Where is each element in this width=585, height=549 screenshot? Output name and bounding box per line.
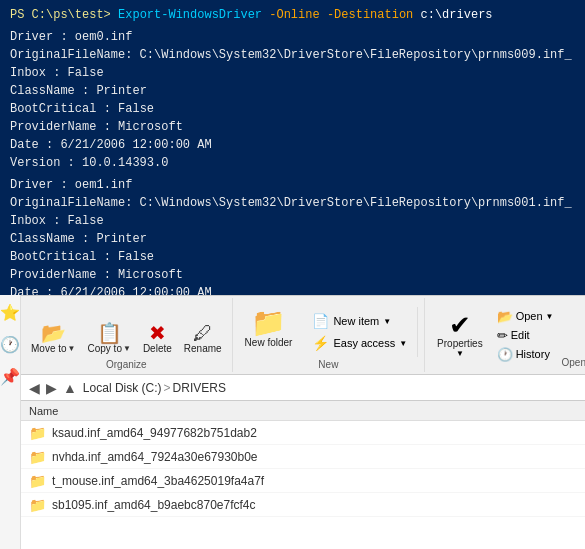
clock-icon[interactable]: 🕐 (0, 335, 20, 355)
copy-to-icon: 📋 (97, 323, 122, 343)
organize-label: Organize (106, 357, 147, 370)
file-row-name: nvhda.inf_amd64_7924a30e67930b0e (52, 450, 585, 464)
easy-access-icon: ⚡ (312, 335, 329, 351)
file-list-header: Name Date m (21, 401, 585, 421)
new-items-group: 📄 New item ▼ ⚡ Easy access ▼ (302, 307, 418, 357)
folder-icon: 📁 (29, 497, 46, 513)
main-content: 📂 Move to ▼ 📋 Copy to (21, 295, 585, 549)
properties-icon: ✔ (449, 312, 471, 338)
address-bar: ◀ ▶ ▲ Local Disk (C:) > DRIVERS (21, 375, 585, 401)
history-button[interactable]: 🕐 History (493, 346, 558, 363)
terminal-field: ProviderName : Microsoft (10, 266, 575, 284)
terminal-field: OriginalFileName: C:\Windows\System32\Dr… (10, 46, 575, 64)
terminal-field: BootCritical : False (10, 100, 575, 118)
history-icon: 🕐 (497, 347, 513, 362)
delete-icon: ✖ (149, 323, 166, 343)
breadcrumb-part-2[interactable]: DRIVERS (173, 381, 226, 395)
properties-button[interactable]: ✔ Properties ▼ (431, 310, 489, 360)
breadcrumb-part-1[interactable]: Local Disk (C:) (83, 381, 162, 395)
folder-icon: 📁 (29, 449, 46, 465)
terminal-field: Version : 10.0.14393.0 (10, 154, 575, 172)
properties-arrow-icon: ▼ (456, 349, 464, 358)
move-to-icon: 📂 (41, 323, 66, 343)
rename-icon: 🖊 (193, 323, 213, 343)
terminal-field: ProviderName : Microsoft (10, 118, 575, 136)
new-label: New (318, 357, 338, 370)
copy-to-button[interactable]: 📋 Copy to ▼ (84, 321, 135, 357)
file-rows: 📁 ksaud.inf_amd64_94977682b751dab2 9/3/2… (21, 421, 585, 517)
pin-icon[interactable]: 📌 (0, 367, 20, 387)
folder-icon: 📁 (29, 425, 46, 441)
open-arrow-icon: ▼ (546, 312, 554, 321)
new-item-arrow-icon: ▼ (383, 317, 391, 326)
forward-button[interactable]: ▶ (46, 380, 57, 396)
new-group: 📁 New folder 📄 New item ▼ ⚡ Easy access … (233, 298, 425, 372)
easy-access-arrow-icon: ▼ (399, 339, 407, 348)
open-group: ✔ Properties ▼ 📂 Open ▼ ✏ Edit 🕐 (425, 298, 585, 372)
folder-icon: 📁 (29, 473, 46, 489)
file-row-name: t_mouse.inf_amd64_3ba4625019fa4a7f (52, 474, 585, 488)
file-row-name: sb1095.inf_amd64_b9aebc870e7fcf4c (52, 498, 585, 512)
terminal-field: Driver : oem1.inf (10, 176, 575, 194)
terminal-panel: PS C:\ps\test> Export-WindowsDriver -Onl… (0, 0, 585, 295)
copy-to-arrow-icon: ▼ (123, 344, 131, 354)
file-row[interactable]: 📁 nvhda.inf_amd64_7924a30e67930b0e 9/3/2… (21, 445, 585, 469)
organize-group: 📂 Move to ▼ 📋 Copy to (21, 298, 233, 372)
breadcrumb[interactable]: Local Disk (C:) > DRIVERS (83, 381, 226, 395)
file-row[interactable]: 📁 sb1095.inf_amd64_b9aebc870e7fcf4c 9/3/… (21, 493, 585, 517)
open-subgroup: 📂 Open ▼ ✏ Edit 🕐 History (493, 308, 558, 363)
new-folder-icon: 📁 (251, 309, 286, 337)
terminal-entry-0: Driver : oem0.infOriginalFileName: C:\Wi… (10, 28, 575, 172)
edit-icon: ✏ (497, 328, 508, 343)
move-to-arrow-icon: ▼ (68, 344, 76, 354)
explorer-section: ⭐ 🕐 📌 📂 Move to ▼ (0, 295, 585, 549)
file-row[interactable]: 📁 ksaud.inf_amd64_94977682b751dab2 9/3/2… (21, 421, 585, 445)
open-button[interactable]: 📂 Open ▼ (493, 308, 558, 325)
name-column-header[interactable]: Name (29, 405, 585, 417)
terminal-command: Export-WindowsDriver -Online -Destinatio… (118, 8, 493, 22)
delete-button[interactable]: ✖ Delete (139, 321, 176, 357)
file-row-name: ksaud.inf_amd64_94977682b751dab2 (52, 426, 585, 440)
easy-access-button[interactable]: ⚡ Easy access ▼ (308, 333, 411, 353)
terminal-field: Inbox : False (10, 212, 575, 230)
move-to-button[interactable]: 📂 Move to ▼ (27, 321, 80, 357)
left-panel: ⭐ 🕐 📌 (0, 295, 21, 549)
terminal-prompt: PS C:\ps\test> (10, 8, 111, 22)
terminal-output: Driver : oem0.infOriginalFileName: C:\Wi… (10, 28, 575, 295)
terminal-command-line: PS C:\ps\test> Export-WindowsDriver -Onl… (10, 6, 575, 24)
new-item-button[interactable]: 📄 New item ▼ (308, 311, 411, 331)
breadcrumb-sep-1: > (164, 381, 171, 395)
file-list: Name Date m 📁 ksaud.inf_amd64_94977682b7… (21, 401, 585, 549)
terminal-entry-1: Driver : oem1.infOriginalFileName: C:\Wi… (10, 176, 575, 295)
terminal-field: Driver : oem0.inf (10, 28, 575, 46)
up-button[interactable]: ▲ (63, 380, 77, 396)
new-folder-button[interactable]: 📁 New folder (239, 300, 299, 357)
terminal-field: Date : 6/21/2006 12:00:00 AM (10, 136, 575, 154)
terminal-field: ClassName : Printer (10, 82, 575, 100)
terminal-field: Date : 6/21/2006 12:00:00 AM (10, 284, 575, 295)
terminal-field: ClassName : Printer (10, 230, 575, 248)
file-row[interactable]: 📁 t_mouse.inf_amd64_3ba4625019fa4a7f 9/3… (21, 469, 585, 493)
terminal-field: BootCritical : False (10, 248, 575, 266)
open-group-label: Open (562, 355, 585, 368)
back-button[interactable]: ◀ (29, 380, 40, 396)
new-item-icon: 📄 (312, 313, 329, 329)
open-icon: 📂 (497, 309, 513, 324)
ribbon-toolbar: 📂 Move to ▼ 📋 Copy to (21, 295, 585, 375)
terminal-field: OriginalFileName: C:\Windows\System32\Dr… (10, 194, 575, 212)
star-icon[interactable]: ⭐ (0, 303, 20, 323)
edit-button[interactable]: ✏ Edit (493, 327, 558, 344)
terminal-field: Inbox : False (10, 64, 575, 82)
rename-button[interactable]: 🖊 Rename (180, 321, 226, 357)
